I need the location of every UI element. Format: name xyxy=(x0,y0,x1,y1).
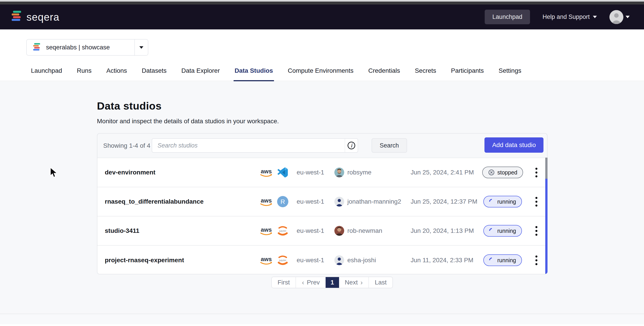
seqera-logo-icon xyxy=(11,10,22,23)
tab-credentials[interactable]: Credentials xyxy=(367,67,401,81)
launchpad-button[interactable]: Launchpad xyxy=(485,10,530,24)
tab-participants[interactable]: Participants xyxy=(450,67,485,81)
seqera-brand[interactable]: seqera xyxy=(11,10,60,24)
jupyter-icon: jupyter xyxy=(277,225,288,237)
add-data-studio-button[interactable]: Add data studio xyxy=(484,137,544,153)
search-input[interactable] xyxy=(152,139,345,152)
pagination-current-page[interactable]: 1 xyxy=(326,277,339,288)
compute-and-tool-icons: aws jupyter xyxy=(260,246,288,274)
rstudio-tool-icon: R xyxy=(277,196,288,207)
tab-launchpad[interactable]: Launchpad xyxy=(30,67,63,81)
main-content: Data studios Monitor and inspect the det… xyxy=(0,82,644,314)
data-studios-page: seqera Launchpad Help and Support xyxy=(0,0,644,326)
region-label: eu-west-1 xyxy=(297,158,324,187)
status-cell: running xyxy=(485,216,520,245)
user-avatar xyxy=(610,10,623,24)
table-row[interactable]: studio-3411 aws jupyter eu-west-1 rob-ne… xyxy=(98,216,547,246)
chevron-down-icon xyxy=(139,46,144,49)
jupyter-tool-icon: jupyter xyxy=(277,225,288,237)
info-icon: i xyxy=(348,142,355,149)
status-cell: running xyxy=(485,246,520,274)
kebab-dot xyxy=(536,168,538,170)
help-and-support-menu[interactable]: Help and Support xyxy=(542,14,597,21)
kebab-dot xyxy=(536,259,538,261)
tab-secrets[interactable]: Secrets xyxy=(414,67,437,81)
workspace-icon xyxy=(32,43,41,52)
svg-text:aws: aws xyxy=(261,197,272,204)
owner: robsyme xyxy=(334,158,371,187)
kebab-dot xyxy=(536,226,538,228)
studio-name-link[interactable]: project-rnaseq-experiment xyxy=(105,246,184,274)
region-label: eu-west-1 xyxy=(297,216,324,245)
pagination: First ‹ Prev 1 Next › Last xyxy=(271,277,393,288)
table-row[interactable]: rnaseq_to_differentialabundance aws R eu… xyxy=(98,187,547,216)
running-spinner-icon xyxy=(488,198,496,205)
owner-avatar xyxy=(334,255,344,265)
seqera-logo-icon xyxy=(11,10,22,24)
jupyter-icon: jupyter xyxy=(277,254,288,266)
page-subtitle: Monitor and inspect the details of data … xyxy=(97,118,279,125)
owner-avatar xyxy=(334,197,344,207)
svg-text:jupyter: jupyter xyxy=(279,259,286,261)
svg-text:aws: aws xyxy=(261,168,272,175)
stopped-status-icon xyxy=(488,169,495,176)
workspace-caret-button[interactable] xyxy=(135,46,148,49)
person-icon xyxy=(610,10,623,24)
kebab-dot xyxy=(536,234,538,236)
pagination-last[interactable]: Last xyxy=(368,277,392,288)
tab-actions[interactable]: Actions xyxy=(106,67,128,81)
status-badge: running xyxy=(483,196,522,207)
aws-icon: aws xyxy=(260,167,273,177)
sub-header: seqeralabs | showcase LaunchpadRunsActio… xyxy=(0,30,644,81)
app-header: seqera Launchpad Help and Support xyxy=(0,5,644,30)
status-cell: stopped xyxy=(485,158,520,187)
studio-name-link[interactable]: rnaseq_to_differentialabundance xyxy=(105,187,204,216)
svg-text:jupyter: jupyter xyxy=(279,229,286,232)
kebab-dot xyxy=(536,255,538,257)
owner-username: esha-joshi xyxy=(347,257,376,264)
tab-compute-environments[interactable]: Compute Environments xyxy=(287,67,354,81)
workspace-selector[interactable]: seqeralabs | showcase xyxy=(26,39,148,56)
tab-data-explorer[interactable]: Data Explorer xyxy=(180,67,220,81)
header-actions: Launchpad Help and Support xyxy=(485,10,630,24)
photo-avatar xyxy=(334,226,344,236)
status-badge: stopped xyxy=(482,167,523,178)
tab-data-studios[interactable]: Data Studios xyxy=(234,67,274,81)
running-spinner-icon xyxy=(488,256,496,264)
row-actions-kebab-menu[interactable] xyxy=(531,187,541,216)
photo-avatar xyxy=(334,167,344,177)
tab-runs[interactable]: Runs xyxy=(76,67,92,81)
tab-datasets[interactable]: Datasets xyxy=(141,67,168,81)
workspace-label: seqeralabs | showcase xyxy=(46,44,110,51)
pagination-prev[interactable]: ‹ Prev xyxy=(296,277,326,288)
search-info-button[interactable]: i xyxy=(345,139,358,152)
studio-name-link[interactable]: dev-environment xyxy=(105,158,156,187)
table-row[interactable]: project-rnaseq-experiment aws jupyter eu… xyxy=(98,246,547,274)
window-edge-strip xyxy=(0,0,644,2)
user-menu[interactable] xyxy=(610,10,630,24)
pagination-next[interactable]: Next › xyxy=(339,277,369,288)
row-actions-kebab-menu[interactable] xyxy=(531,246,541,274)
chevron-right-icon: › xyxy=(360,279,362,286)
kebab-dot xyxy=(536,230,538,232)
vertical-scrollbar[interactable] xyxy=(545,158,548,274)
footer xyxy=(0,314,644,324)
window-title-strip xyxy=(0,2,644,5)
row-actions-kebab-menu[interactable] xyxy=(531,158,541,187)
table-row[interactable]: dev-environment aws eu-west-1 robsymeJun… xyxy=(98,158,547,187)
status-label: running xyxy=(497,228,516,234)
scrollbar-track xyxy=(545,179,548,274)
studio-name-link[interactable]: studio-3411 xyxy=(105,216,139,245)
row-actions-kebab-menu[interactable] xyxy=(531,216,541,245)
data-studios-card: Showing 1-4 of 4 i Search Add data studi… xyxy=(97,133,548,274)
person-avatar-icon xyxy=(334,255,344,265)
pagination-first[interactable]: First xyxy=(272,277,296,288)
scrollbar-thumb[interactable] xyxy=(545,158,548,179)
tab-settings[interactable]: Settings xyxy=(498,67,522,81)
owner: jonathan-manning2 xyxy=(334,187,401,216)
svg-text:R: R xyxy=(280,198,285,205)
aws-icon: aws xyxy=(260,226,273,236)
page-title: Data studios xyxy=(97,100,162,112)
kebab-dot xyxy=(536,175,538,177)
search-button[interactable]: Search xyxy=(372,138,407,153)
